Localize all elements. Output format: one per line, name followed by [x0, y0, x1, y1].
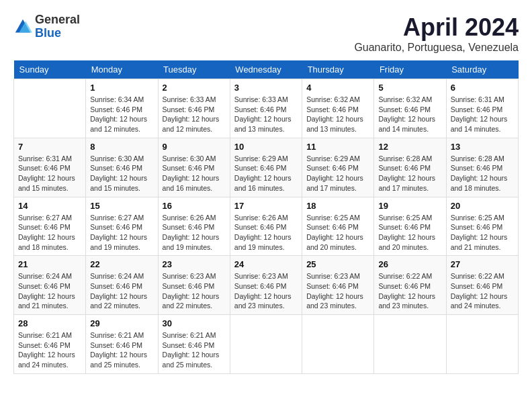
title-block: April 2024 Guanarito, Portuguesa, Venezu…	[354, 13, 519, 54]
day-number: 30	[163, 318, 226, 328]
calendar-week-row: 28Sunrise: 6:21 AM Sunset: 6:46 PM Dayli…	[14, 315, 519, 374]
day-info: Sunrise: 6:30 AM Sunset: 6:46 PM Dayligh…	[90, 154, 153, 193]
logo-text: General Blue	[35, 13, 80, 40]
calendar-cell: 12Sunrise: 6:28 AM Sunset: 6:46 PM Dayli…	[374, 138, 446, 197]
calendar-cell	[446, 315, 518, 374]
day-number: 6	[451, 83, 514, 93]
day-info: Sunrise: 6:27 AM Sunset: 6:46 PM Dayligh…	[90, 213, 153, 253]
day-info: Sunrise: 6:29 AM Sunset: 6:46 PM Dayligh…	[306, 154, 369, 193]
day-number: 8	[90, 142, 153, 152]
calendar-cell: 9Sunrise: 6:30 AM Sunset: 6:46 PM Daylig…	[158, 138, 230, 197]
month-title: April 2024	[354, 13, 519, 42]
calendar-cell: 13Sunrise: 6:28 AM Sunset: 6:46 PM Dayli…	[446, 138, 518, 197]
day-number: 18	[306, 201, 369, 211]
calendar-table: SundayMondayTuesdayWednesdayThursdayFrid…	[13, 60, 519, 374]
day-info: Sunrise: 6:21 AM Sunset: 6:46 PM Dayligh…	[90, 330, 153, 370]
day-number: 13	[451, 142, 514, 152]
weekday-header-row: SundayMondayTuesdayWednesdayThursdayFrid…	[14, 60, 519, 79]
day-info: Sunrise: 6:24 AM Sunset: 6:46 PM Dayligh…	[90, 271, 153, 311]
day-number: 25	[306, 259, 369, 269]
day-number: 3	[234, 83, 298, 93]
calendar-cell: 10Sunrise: 6:29 AM Sunset: 6:46 PM Dayli…	[230, 138, 302, 197]
day-info: Sunrise: 6:21 AM Sunset: 6:46 PM Dayligh…	[163, 330, 226, 370]
calendar-week-row: 21Sunrise: 6:24 AM Sunset: 6:46 PM Dayli…	[14, 256, 519, 315]
day-info: Sunrise: 6:22 AM Sunset: 6:46 PM Dayligh…	[451, 271, 514, 311]
calendar-cell: 11Sunrise: 6:29 AM Sunset: 6:46 PM Dayli…	[302, 138, 374, 197]
day-number: 7	[18, 142, 81, 152]
day-number: 24	[234, 259, 298, 269]
calendar-cell: 20Sunrise: 6:25 AM Sunset: 6:46 PM Dayli…	[446, 197, 518, 256]
day-info: Sunrise: 6:23 AM Sunset: 6:46 PM Dayligh…	[306, 271, 369, 311]
day-number: 11	[306, 142, 369, 152]
day-number: 29	[90, 318, 153, 328]
weekday-header-thursday: Thursday	[302, 60, 374, 79]
day-info: Sunrise: 6:32 AM Sunset: 6:46 PM Dayligh…	[306, 95, 369, 134]
day-info: Sunrise: 6:25 AM Sunset: 6:46 PM Dayligh…	[306, 213, 369, 253]
weekday-header-friday: Friday	[374, 60, 446, 79]
day-info: Sunrise: 6:30 AM Sunset: 6:46 PM Dayligh…	[163, 154, 226, 193]
calendar-cell	[230, 315, 302, 374]
calendar-cell: 24Sunrise: 6:23 AM Sunset: 6:46 PM Dayli…	[230, 256, 302, 315]
day-number: 4	[306, 83, 369, 93]
calendar-cell: 28Sunrise: 6:21 AM Sunset: 6:46 PM Dayli…	[14, 315, 86, 374]
calendar-cell: 1Sunrise: 6:34 AM Sunset: 6:46 PM Daylig…	[86, 79, 158, 138]
day-info: Sunrise: 6:22 AM Sunset: 6:46 PM Dayligh…	[378, 271, 441, 311]
calendar-cell: 8Sunrise: 6:30 AM Sunset: 6:46 PM Daylig…	[86, 138, 158, 197]
calendar-cell: 2Sunrise: 6:33 AM Sunset: 6:46 PM Daylig…	[158, 79, 230, 138]
calendar-cell: 19Sunrise: 6:25 AM Sunset: 6:46 PM Dayli…	[374, 197, 446, 256]
day-info: Sunrise: 6:31 AM Sunset: 6:46 PM Dayligh…	[451, 95, 514, 134]
day-info: Sunrise: 6:33 AM Sunset: 6:46 PM Dayligh…	[234, 95, 298, 134]
calendar-cell: 7Sunrise: 6:31 AM Sunset: 6:46 PM Daylig…	[14, 138, 86, 197]
day-number: 12	[378, 142, 441, 152]
calendar-cell: 3Sunrise: 6:33 AM Sunset: 6:46 PM Daylig…	[230, 79, 302, 138]
calendar-cell: 21Sunrise: 6:24 AM Sunset: 6:46 PM Dayli…	[14, 256, 86, 315]
calendar-cell: 6Sunrise: 6:31 AM Sunset: 6:46 PM Daylig…	[446, 79, 518, 138]
page-header: General Blue April 2024 Guanarito, Portu…	[13, 13, 519, 54]
day-info: Sunrise: 6:34 AM Sunset: 6:46 PM Dayligh…	[90, 95, 153, 134]
logo-blue-text: Blue	[35, 27, 80, 40]
weekday-header-wednesday: Wednesday	[230, 60, 302, 79]
calendar-cell: 23Sunrise: 6:23 AM Sunset: 6:46 PM Dayli…	[158, 256, 230, 315]
day-info: Sunrise: 6:28 AM Sunset: 6:46 PM Dayligh…	[378, 154, 441, 193]
day-number: 9	[163, 142, 226, 152]
day-number: 14	[18, 201, 81, 211]
calendar-cell: 29Sunrise: 6:21 AM Sunset: 6:46 PM Dayli…	[86, 315, 158, 374]
calendar-cell: 16Sunrise: 6:26 AM Sunset: 6:46 PM Dayli…	[158, 197, 230, 256]
calendar-cell: 17Sunrise: 6:26 AM Sunset: 6:46 PM Dayli…	[230, 197, 302, 256]
day-number: 20	[451, 201, 514, 211]
day-info: Sunrise: 6:28 AM Sunset: 6:46 PM Dayligh…	[451, 154, 514, 193]
day-number: 26	[378, 259, 441, 269]
day-info: Sunrise: 6:25 AM Sunset: 6:46 PM Dayligh…	[451, 213, 514, 253]
day-number: 28	[18, 318, 81, 328]
calendar-week-row: 7Sunrise: 6:31 AM Sunset: 6:46 PM Daylig…	[14, 138, 519, 197]
day-number: 27	[451, 259, 514, 269]
day-number: 23	[163, 259, 226, 269]
day-number: 10	[234, 142, 298, 152]
day-number: 16	[163, 201, 226, 211]
day-info: Sunrise: 6:23 AM Sunset: 6:46 PM Dayligh…	[234, 271, 298, 311]
day-info: Sunrise: 6:21 AM Sunset: 6:46 PM Dayligh…	[18, 330, 81, 370]
day-info: Sunrise: 6:26 AM Sunset: 6:46 PM Dayligh…	[234, 213, 298, 253]
day-number: 5	[378, 83, 441, 93]
day-number: 19	[378, 201, 441, 211]
calendar-cell	[374, 315, 446, 374]
calendar-week-row: 1Sunrise: 6:34 AM Sunset: 6:46 PM Daylig…	[14, 79, 519, 138]
day-number: 22	[90, 259, 153, 269]
day-number: 2	[163, 83, 226, 93]
day-number: 1	[90, 83, 153, 93]
calendar-cell: 26Sunrise: 6:22 AM Sunset: 6:46 PM Dayli…	[374, 256, 446, 315]
calendar-cell: 4Sunrise: 6:32 AM Sunset: 6:46 PM Daylig…	[302, 79, 374, 138]
logo: General Blue	[13, 13, 80, 40]
logo-general: General	[35, 13, 80, 27]
day-number: 17	[234, 201, 298, 211]
day-info: Sunrise: 6:31 AM Sunset: 6:46 PM Dayligh…	[18, 154, 81, 193]
weekday-header-saturday: Saturday	[446, 60, 518, 79]
weekday-header-sunday: Sunday	[14, 60, 86, 79]
day-info: Sunrise: 6:29 AM Sunset: 6:46 PM Dayligh…	[234, 154, 298, 193]
calendar-cell: 18Sunrise: 6:25 AM Sunset: 6:46 PM Dayli…	[302, 197, 374, 256]
calendar-cell: 22Sunrise: 6:24 AM Sunset: 6:46 PM Dayli…	[86, 256, 158, 315]
calendar-cell: 14Sunrise: 6:27 AM Sunset: 6:46 PM Dayli…	[14, 197, 86, 256]
day-info: Sunrise: 6:25 AM Sunset: 6:46 PM Dayligh…	[378, 213, 441, 253]
calendar-cell: 15Sunrise: 6:27 AM Sunset: 6:46 PM Dayli…	[86, 197, 158, 256]
weekday-header-monday: Monday	[86, 60, 158, 79]
